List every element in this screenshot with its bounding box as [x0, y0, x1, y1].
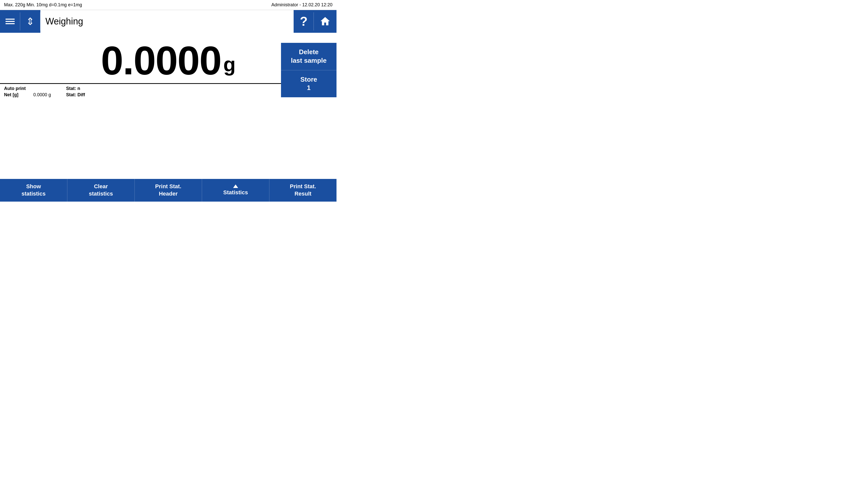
page-title: Weighing — [46, 16, 83, 27]
updown-icon: ⇕ — [26, 16, 35, 27]
home-button[interactable] — [314, 10, 337, 33]
info-row-stat-n: Stat: n — [66, 86, 91, 91]
info-col-2: Stat: n Stat: Diff — [66, 86, 91, 97]
clear-statistics-button[interactable]: Clear statistics — [67, 179, 135, 202]
print-stat-header-button[interactable]: Print Stat. Header — [135, 179, 202, 202]
question-icon: ? — [300, 14, 308, 29]
show-statistics-button[interactable]: Show statistics — [0, 179, 67, 202]
header-toolbar: ⇕ Weighing ? — [0, 10, 337, 33]
help-button[interactable]: ? — [294, 10, 314, 33]
info-row-net: Net [g] 0.0000 g — [4, 92, 51, 97]
home-icon — [320, 16, 331, 28]
triangle-up-icon — [233, 184, 238, 188]
info-row-stat-diff: Stat: Diff — [66, 92, 91, 97]
popup-overlay: Delete last sample Store 1 — [281, 43, 337, 97]
updown-button[interactable]: ⇕ — [20, 10, 40, 33]
status-bar: Max. 220g Min. 10mg d=0.1mg e=1mg Admini… — [0, 0, 337, 10]
status-left: Max. 220g Min. 10mg d=0.1mg e=1mg — [4, 2, 82, 7]
print-stat-result-button[interactable]: Print Stat. Result — [270, 179, 337, 202]
weight-unit: g — [223, 53, 236, 76]
delete-last-sample-button[interactable]: Delete last sample — [281, 43, 337, 70]
stat-diff-label: Stat: Diff — [66, 92, 91, 97]
weight-value: 0.0000 — [101, 40, 221, 80]
menu-button[interactable] — [0, 10, 20, 33]
stat-n-label: Stat: n — [66, 86, 91, 91]
net-label: Net [g] — [4, 92, 29, 97]
title-area: Weighing — [40, 10, 294, 33]
bottom-toolbar: Show statistics Clear statistics Print S… — [0, 179, 337, 202]
main-content: 0.0000 g Delete last sample Store 1 Auto… — [0, 33, 337, 202]
net-value: 0.0000 g — [33, 92, 51, 97]
status-right: Administrator - 12.02.20 12:20 — [271, 2, 332, 7]
menu-icon — [5, 19, 15, 24]
store-button[interactable]: Store 1 — [281, 70, 337, 97]
info-row-autoprint: Auto print — [4, 86, 51, 91]
statistics-button[interactable]: Statistics — [202, 179, 270, 202]
info-col-1: Auto print Net [g] 0.0000 g — [4, 86, 51, 97]
autoprint-label: Auto print — [4, 86, 29, 91]
